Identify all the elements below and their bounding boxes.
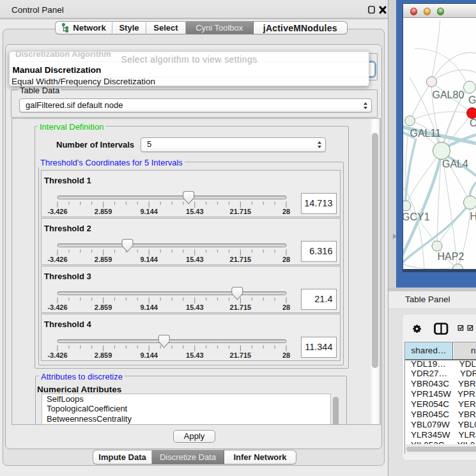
- svg-text:15.43: 15.43: [186, 351, 204, 359]
- svg-text:2.859: 2.859: [95, 256, 112, 263]
- svg-text:28: 28: [282, 256, 290, 263]
- svg-text:9.144: 9.144: [140, 303, 158, 311]
- svg-text:GAL11: GAL11: [410, 128, 441, 139]
- svg-text:GAL80: GAL80: [433, 89, 464, 100]
- svg-text:9.144: 9.144: [140, 208, 158, 215]
- svg-text:-3.426: -3.426: [47, 351, 67, 359]
- svg-text:HI: HI: [470, 211, 476, 222]
- svg-text:21.715: 21.715: [230, 303, 252, 311]
- svg-text:GA: GA: [468, 95, 476, 105]
- svg-text:15.43: 15.43: [186, 303, 204, 311]
- svg-text:2.859: 2.859: [95, 208, 112, 215]
- svg-text:28: 28: [282, 303, 290, 311]
- svg-text:GAL4: GAL4: [442, 158, 468, 169]
- svg-text:-3.426: -3.426: [47, 208, 67, 215]
- svg-text:21.715: 21.715: [230, 351, 252, 359]
- svg-text:15.43: 15.43: [186, 208, 204, 215]
- svg-text:HAP2: HAP2: [438, 251, 464, 262]
- svg-text:28: 28: [282, 351, 290, 359]
- svg-text:-3.426: -3.426: [47, 256, 67, 263]
- svg-text:21.715: 21.715: [230, 208, 252, 215]
- svg-text:2.859: 2.859: [95, 351, 112, 359]
- svg-text:CD: CD: [470, 118, 476, 128]
- svg-text:-3.426: -3.426: [47, 303, 67, 311]
- svg-text:21.715: 21.715: [230, 256, 252, 263]
- svg-text:15.43: 15.43: [186, 256, 204, 263]
- svg-text:2.859: 2.859: [95, 303, 112, 311]
- svg-text:28: 28: [282, 208, 290, 215]
- svg-text:9.144: 9.144: [140, 351, 158, 359]
- svg-text:9.144: 9.144: [140, 256, 158, 263]
- svg-text:GCY1: GCY1: [403, 211, 430, 222]
